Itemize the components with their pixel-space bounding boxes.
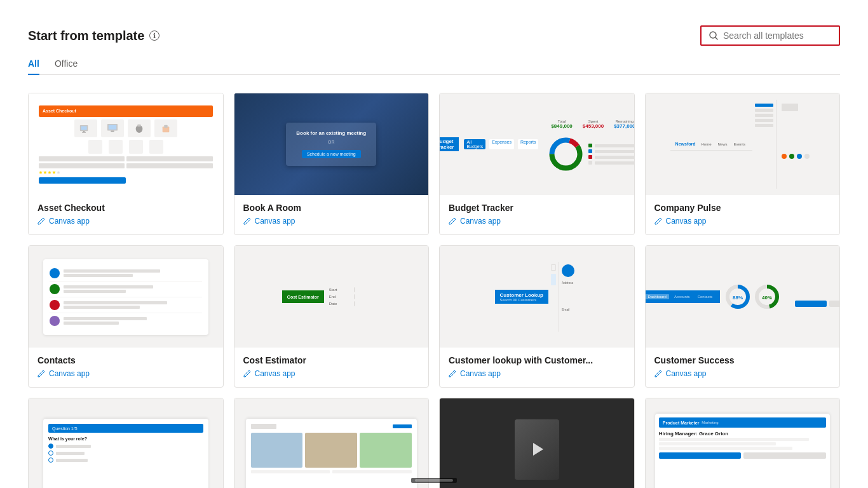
search-box[interactable] [700,25,840,46]
pencil-icon [449,217,456,225]
svg-text:88%: 88% [733,295,743,301]
template-name: Contacts [37,355,214,365]
svg-line-1 [715,37,717,39]
template-type: Canvas app [654,369,831,378]
thumbnail-cost-estimator: Cost Estimator Start End Date [234,246,429,348]
template-name: Asset Checkout [37,203,214,213]
template-type: Canvas app [37,217,214,226]
svg-rect-7 [109,125,116,129]
info-icon[interactable]: ℹ [149,30,159,41]
template-type: Canvas app [654,217,831,226]
thumbnail-customer-success: Contoso Dashboard Accounts Contacts [646,246,840,348]
thumbnail-book-a-room: Book for an existing meeting OR Schedule… [234,93,429,195]
svg-rect-3 [81,126,86,130]
thumbnail-customer-lookup: Customer Lookup Search All Customers [440,246,634,348]
template-info-budget-tracker: Budget Tracker Canvas app [440,195,634,234]
pencil-icon [654,370,662,377]
template-type: Canvas app [37,369,214,378]
template-info-customer-success: Customer Success Canvas app [646,348,840,387]
template-card-interview-tool[interactable]: Product Marketer Marketing Hiring Manage… [645,398,841,488]
thumbnail-asset-checkout: Asset Checkout [29,93,223,195]
template-card-customer-lookup[interactable]: Customer Lookup Search All Customers [439,245,635,388]
templates-grid: Asset Checkout [28,93,840,488]
template-type: Canvas app [449,369,625,378]
template-name: Cost Estimator [243,355,420,365]
svg-rect-10 [137,124,140,126]
thumbnail-budget-tracker: Budget Tracker All Budgets Expenses Repo… [440,93,634,195]
svg-rect-8 [111,130,114,132]
template-card-cost-estimator[interactable]: Cost Estimator Start End Date [234,245,430,388]
tabs-area: All Office [28,58,840,75]
tab-office[interactable]: Office [55,58,78,75]
template-name: Budget Tracker [449,203,625,213]
thumbnail-contacts [29,246,223,348]
template-card-video-demo[interactable]: Video Demo Canvas app [439,398,635,488]
page-title: Start from template [28,29,144,43]
thumbnail-interview-tool: Product Marketer Marketing Hiring Manage… [646,398,840,488]
template-name: Customer lookup with Customer... [449,355,625,365]
search-input[interactable] [723,30,831,41]
template-card-asset-checkout[interactable]: Asset Checkout [28,93,224,235]
template-card-budget-tracker[interactable]: Budget Tracker All Budgets Expenses Repo… [439,93,635,235]
pencil-icon [243,370,251,377]
template-info-asset-checkout: Asset Checkout Canvas app [29,195,223,234]
template-card-book-a-room[interactable]: Book for an existing meeting OR Schedule… [234,93,430,235]
page-container: Start from template ℹ All Office Asset C… [0,0,868,488]
template-card-property-gallery[interactable]: Property Gallery Canvas app [234,398,430,488]
template-name: Company Pulse [654,203,831,213]
template-name: Book A Room [243,203,420,213]
template-info-cost-estimator: Cost Estimator Canvas app [234,348,429,387]
template-card-role-checker[interactable]: Question 1/5 What is your role? [28,398,224,488]
template-info-customer-lookup: Customer lookup with Customer... Canvas … [440,348,634,387]
pencil-icon [37,217,45,225]
template-info-contacts: Contacts Canvas app [29,348,223,387]
pencil-icon [449,370,456,377]
pencil-icon [243,217,251,225]
template-card-customer-success[interactable]: Contoso Dashboard Accounts Contacts [645,245,841,388]
template-info-book-a-room: Book A Room Canvas app [234,195,429,234]
page-header: Start from template ℹ [28,25,840,46]
tab-all[interactable]: All [28,58,39,75]
svg-rect-4 [83,131,85,132]
template-type: Canvas app [243,369,420,378]
template-type: Canvas app [243,217,420,226]
template-card-company-pulse[interactable]: Newsford Home News Events [645,93,841,235]
pencil-icon [37,370,45,377]
template-name: Customer Success [654,355,831,365]
thumbnail-role-checker: Question 1/5 What is your role? [29,398,223,488]
page-title-area: Start from template ℹ [28,29,159,43]
svg-rect-5 [82,132,86,132]
thumbnail-video-demo [440,398,634,488]
template-card-contacts[interactable]: Contacts Canvas app [28,245,224,388]
svg-text:40%: 40% [762,295,772,301]
template-info-company-pulse: Company Pulse Canvas app [646,195,840,234]
thumbnail-property-gallery [234,398,429,488]
template-type: Canvas app [449,217,625,226]
svg-rect-12 [164,125,167,127]
thumbnail-company-pulse: Newsford Home News Events [646,93,840,195]
pencil-icon [654,217,662,225]
search-icon [709,31,718,40]
